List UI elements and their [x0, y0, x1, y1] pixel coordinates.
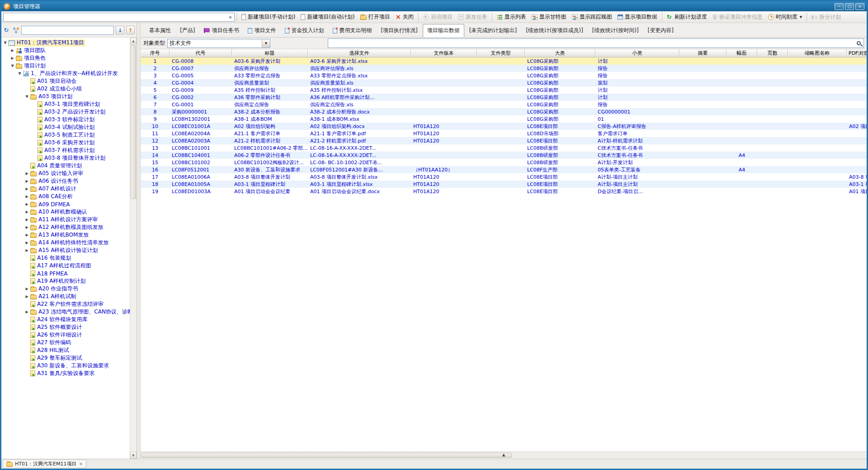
expander-closed-icon[interactable]: ▶	[24, 202, 30, 206]
collapse-arrow-icon[interactable]: ▲	[502, 453, 505, 457]
expander-closed-icon[interactable]: ▶	[24, 187, 30, 191]
table-row[interactable]: 14LC08BC104001A06-2 零部件设计任务书LC-08-16-A-X…	[141, 152, 867, 159]
close-button[interactable]: ×	[855, 3, 864, 10]
table-row[interactable]: 10LC08EC01001AA02 项目组织架构A02 项目组织架构.docxH…	[141, 123, 867, 130]
tree-item[interactable]: A03-2 产品设计开发计划	[1, 108, 129, 116]
tree-item[interactable]: A03-1 项目里程碑计划	[1, 100, 129, 108]
toolbar-button-2-2[interactable]: 显示跟踪视图	[569, 12, 615, 22]
table-row[interactable]: 19LC08ED01003AA01 项目启动会会议纪要A01 项目启动会会议纪要…	[141, 188, 867, 195]
tab-11[interactable]: [变更内容]	[644, 24, 678, 37]
tree-item[interactable]: A19 A样机控制计划	[1, 277, 129, 285]
tab-7[interactable]: 项目输出数据	[423, 24, 464, 38]
expander-closed-icon[interactable]: ▶	[24, 179, 30, 183]
column-header[interactable]: 大类	[525, 49, 595, 57]
expander-closed-icon[interactable]: ▶	[24, 210, 30, 214]
tab-1[interactable]: [产品]	[176, 24, 199, 37]
expander-closed-icon[interactable]: ▶	[9, 48, 15, 52]
column-header[interactable]: 文件版本	[411, 49, 477, 57]
tab-0[interactable]: 基本属性	[145, 24, 175, 37]
tree-item[interactable]: ▼项目计划	[1, 62, 129, 70]
tree-item[interactable]: ▼1、产品设计和开发--A样机设计开发	[1, 70, 129, 77]
tree-vertical-scrollbar[interactable]: ▲ ▼	[130, 38, 137, 459]
tree-item[interactable]: ▶A15 A样机设计验证计划	[1, 247, 129, 254]
table-row[interactable]: 8采购00000001A38-2 成本分析报告A38-2 成本分析报告.docx…	[141, 108, 867, 115]
tab-10[interactable]: [绩效统计(按时间)]	[588, 24, 643, 37]
tree-item[interactable]: ▶A05 设计输入评审	[1, 170, 129, 177]
toolbar-button-1-1[interactable]: 派发任务	[455, 12, 490, 22]
tree-item[interactable]: A02 成立核心小组	[1, 85, 129, 93]
column-header[interactable]: 序号	[141, 49, 170, 57]
expander-closed-icon[interactable]: ▶	[24, 218, 30, 222]
table-row[interactable]: 11LC08EA02004AA21-1 客户需求订单A21-1 客户需求订单.p…	[141, 130, 867, 137]
tab-3[interactable]: 项目文件	[244, 24, 280, 37]
column-header[interactable]: 缩略图名称	[788, 49, 847, 57]
tree-item[interactable]: A27 软件编码	[1, 339, 129, 347]
column-header[interactable]: 代号	[170, 49, 232, 57]
tab-4[interactable]: 资金投入计划	[281, 24, 328, 37]
tree-item[interactable]: ▶项目团队	[1, 47, 129, 54]
tree-structure-button[interactable]	[12, 27, 19, 34]
toolbar-button-3-1[interactable]: 验证项目冲突信息	[710, 12, 765, 22]
tree-item[interactable]: A16 包装规划	[1, 254, 129, 262]
column-header[interactable]: 标题	[232, 49, 308, 57]
column-header[interactable]: 文件类型	[477, 49, 525, 57]
tree-item[interactable]: A25 软件概要设计	[1, 323, 129, 331]
tree-item[interactable]: A03-4 试制试验计划	[1, 123, 129, 131]
tree-item[interactable]: A01 项目启动会	[1, 77, 129, 85]
table-row[interactable]: 4CG-0004供应商质量策划供应商质量策划.xlsLC08G采购部策划	[141, 79, 867, 86]
tree-search-input[interactable]	[21, 26, 114, 35]
tree-item[interactable]: A03-8 项目整体开发计划	[1, 154, 129, 162]
expander-closed-icon[interactable]: ▶	[24, 287, 30, 291]
tree-item[interactable]: ▶A11 A样机设计方案评审	[1, 216, 129, 223]
expander-closed-icon[interactable]: ▶	[24, 310, 30, 314]
tree-item[interactable]: A04 质量管理计划	[1, 162, 129, 170]
table-row[interactable]: 3CG-0005A33 零部件定点报告A33 零部件定点报告.xlsxLC08G…	[141, 72, 867, 79]
close-icon[interactable]: ×	[79, 461, 82, 466]
tree-item[interactable]: A29 整车标定测试	[1, 354, 129, 362]
project-status-tab[interactable]: HT01：汉腾汽车EM11项目 ×	[3, 460, 86, 468]
tree-scrollbar-thumb[interactable]	[131, 45, 136, 199]
tree-item[interactable]: A31 量具/实验设备要求	[1, 370, 129, 377]
toolbar-button-3-0[interactable]: 刷新计划进度	[664, 12, 710, 22]
find-next-button[interactable]: ↓	[116, 26, 124, 34]
tree-item[interactable]: A24 软件模块复用库	[1, 316, 129, 323]
expander-open-icon[interactable]: ▼	[17, 71, 23, 76]
toolbar-button-2-3[interactable]: 显示项目数据	[615, 12, 660, 22]
table-row[interactable]: 6CG-0002A36 零部件采购计划A36 A样机零部件采购计划...LC08…	[141, 94, 867, 101]
tree-item[interactable]: ▶A14 A样机特殊特性清单发放	[1, 239, 129, 247]
find-previous-button[interactable]: ↑	[126, 26, 135, 34]
table-row[interactable]: 13LC08BC101001LC08BC101001#A06-2 零部...LC…	[141, 144, 867, 152]
tree-item[interactable]: ▶A21 A样机试制	[1, 293, 129, 300]
table-search-input[interactable]	[328, 38, 864, 48]
tree-item[interactable]: ▶A23 冻结电气原理图、CAN协议、诊断规范	[1, 308, 129, 316]
toolbar-button-0-0[interactable]: 新建项目(手动计划)	[239, 12, 298, 22]
minimize-button[interactable]: ─	[835, 3, 844, 10]
toolbar-button-2-0[interactable]: 显示列表	[494, 12, 529, 22]
toolbar-button-1-0[interactable]: 启动项目	[420, 12, 455, 22]
tree-item[interactable]: ▼A03 项目计划	[1, 93, 129, 100]
tree-item[interactable]: A18 PFMEA	[1, 270, 129, 277]
expander-closed-icon[interactable]: ▶	[24, 195, 30, 199]
toolbar-button-0-1[interactable]: 新建项目(自动计划)	[298, 12, 357, 22]
tree-item[interactable]: A03-7 样机需求计划	[1, 147, 129, 154]
expander-closed-icon[interactable]: ▶	[24, 233, 30, 237]
tree-item[interactable]: ▶A20 作业指导书	[1, 285, 129, 293]
toolbar-button-4-0[interactable]: 拆分计划	[809, 12, 844, 22]
tab-9[interactable]: [绩效统计(按项目成员)]	[522, 24, 587, 37]
expander-open-icon[interactable]: ▼	[2, 41, 8, 45]
tree-item[interactable]: ▶A10 A样机数模确认	[1, 208, 129, 216]
tree-item[interactable]: A03-3 软件标定计划	[1, 116, 129, 123]
table-row[interactable]: 18LC08EA01005AA03-1 项目里程碑计划A03-1 项目里程碑计划…	[141, 180, 867, 188]
toolbar-button-0-3[interactable]: 关闭	[393, 12, 416, 22]
table-row[interactable]: 9LC08H1302001A38-1 成本BOMA38-1 成本BOM.xlsx…	[141, 115, 867, 123]
maximize-button[interactable]: □	[845, 3, 854, 10]
toolbar-button-0-2[interactable]: 打开项目	[358, 12, 393, 22]
tab-8[interactable]: [未完成的计划输出]	[465, 24, 521, 37]
expander-closed-icon[interactable]: ▶	[24, 294, 30, 299]
column-header[interactable]: 选择文件	[308, 49, 411, 57]
table-row[interactable]: 16LC08F0512001A30 新设备、工装和设施要求LC08F051200…	[141, 166, 867, 173]
column-header[interactable]: 小类	[595, 49, 679, 57]
tree-item[interactable]: A17 A样机过程流程图	[1, 262, 129, 270]
tree-item[interactable]: ▶A07 A样机设计	[1, 185, 129, 193]
tree-refresh-button[interactable]	[3, 27, 10, 34]
